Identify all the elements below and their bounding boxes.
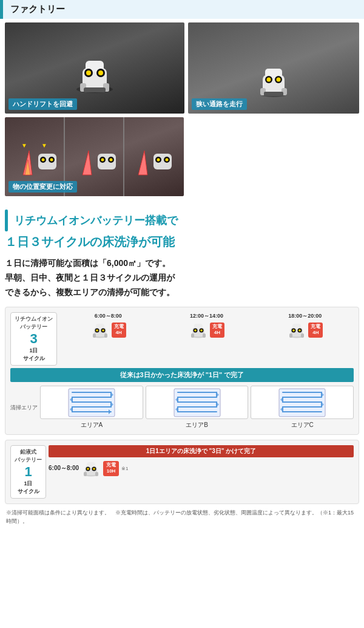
image-caption-1: ハンドリフトを回避 — [8, 98, 77, 110]
cycle-title: １日３サイクルの床洗浄が可能 — [5, 234, 359, 250]
time-slots-row: 6:00～8:00 — [59, 312, 354, 338]
lead-robot-svg — [81, 460, 101, 477]
time-slot-1: 6:00～8:00 — [59, 312, 157, 338]
time-inner-2: 充電4H — [189, 321, 224, 338]
svg-marker-31 — [83, 151, 92, 175]
lead-type-label: 鉛液式バッテリー — [15, 448, 42, 464]
cycle-unit: 1日サイクル — [23, 347, 45, 363]
time-slot-2: 12:00～14:00 — [158, 312, 255, 338]
cycle-top-row: リチウムイオンバッテリー 3 1日サイクル 6:00～8:00 — [10, 312, 354, 366]
time-inner-3: 充電4H — [287, 321, 323, 338]
charge-badge-2: 充電4H — [210, 323, 224, 338]
svg-point-27 — [42, 159, 45, 162]
charge-badge-3: 充電4H — [308, 323, 323, 338]
lead-time-label: 6:00～8:00 — [49, 464, 79, 473]
svg-rect-19 — [264, 92, 283, 96]
svg-point-67 — [299, 330, 302, 332]
svg-marker-37 — [138, 151, 147, 175]
svg-point-36 — [110, 159, 113, 162]
robot-icon-2 — [255, 65, 292, 98]
svg-rect-94 — [84, 472, 87, 476]
time-slots-container: 6:00～8:00 — [59, 312, 354, 366]
cycle-battery-label: リチウムイオンバッテリー 3 1日サイクル — [10, 312, 57, 366]
svg-rect-68 — [289, 333, 292, 338]
svg-point-66 — [293, 330, 295, 332]
svg-rect-95 — [95, 472, 98, 476]
robot-svg-2 — [189, 321, 208, 338]
svg-rect-51 — [104, 333, 107, 338]
robot-icon-1 — [70, 56, 119, 95]
svg-point-35 — [101, 159, 104, 162]
svg-rect-59 — [191, 333, 194, 338]
area-name-a: エリアA — [81, 421, 103, 429]
battery-type-label: リチウムイオンバッテリー — [15, 315, 53, 331]
svg-point-93 — [93, 468, 95, 471]
area-name-c: エリアC — [291, 421, 314, 429]
factory-image-1: ハンドリフトを回避 — [5, 22, 184, 114]
lithium-accent-bar — [5, 210, 8, 231]
image-row-top: ハンドリフトを回避 狭い通路を走行 — [5, 22, 359, 114]
svg-rect-9 — [84, 87, 106, 92]
area-row: 清掃エリア — [10, 386, 354, 429]
svg-rect-60 — [203, 333, 206, 338]
area-name-b: エリアB — [186, 421, 208, 429]
lead-cycle-count: 1 — [24, 464, 32, 480]
empty-space — [187, 117, 359, 196]
section-header: ファクトリー — [0, 0, 364, 19]
footnote: ※清掃可能面積は条件により異なります。 ※充電時間は、バッテリーの放電状態、劣化… — [5, 509, 359, 525]
lead-banner: 1日1エリアの床洗浄で "3日" かけて完了 — [49, 445, 354, 457]
maze-a-svg — [67, 387, 116, 418]
svg-point-28 — [50, 159, 53, 162]
lithium-header: リチウムイオンバッテリー搭載で — [5, 210, 359, 231]
robot-svg-3 — [287, 321, 306, 338]
cycle-count: 3 — [30, 331, 37, 347]
factory-image-2: 狭い通路を走行 — [188, 22, 359, 114]
lead-battery-label: 鉛液式バッテリー 1 1日サイクル — [10, 445, 46, 499]
time-label-1: 6:00～8:00 — [95, 312, 122, 320]
lithium-description: １日に清掃可能な面積は「6,000㎡」です。 早朝、日中、夜間と１日３サイクルの… — [5, 256, 359, 299]
svg-rect-69 — [301, 333, 304, 338]
lead-acid-section: 鉛液式バッテリー 1 1日サイクル 1日1エリアの床洗浄で "3日" かけて完了… — [5, 440, 359, 504]
robot-svg-1 — [90, 321, 110, 338]
factory-image-3: ▼ ▼ 物の位置変更に対応 — [5, 117, 184, 196]
completion-banner: 従来は3日かかった床洗浄が "1日" で完了 — [10, 368, 354, 382]
lead-charge-badge: 充電10H — [103, 461, 119, 476]
factory-images-container: ハンドリフトを回避 狭い通路を走行 — [0, 19, 364, 203]
svg-point-15 — [267, 78, 271, 82]
area-diagram-b — [146, 386, 249, 419]
area-section-label: 清掃エリア — [10, 386, 38, 429]
lead-inner: 鉛液式バッテリー 1 1日サイクル 1日1エリアの床洗浄で "3日" かけて完了… — [10, 445, 354, 499]
lead-note: ※1 — [121, 466, 128, 471]
svg-text:▼: ▼ — [41, 142, 47, 149]
section-title: ファクトリー — [10, 4, 65, 15]
svg-point-6 — [98, 70, 103, 75]
time-slot-3: 18:00～20:00 — [257, 312, 354, 338]
area-diagram-a — [40, 386, 143, 419]
area-box-a: エリアA — [40, 386, 143, 429]
lithium-title: リチウムイオンバッテリー搭載で — [14, 213, 178, 228]
svg-point-58 — [200, 330, 203, 332]
svg-point-5 — [86, 70, 91, 75]
maze-c-svg — [278, 387, 326, 418]
svg-point-57 — [194, 330, 197, 332]
lead-cycle-unit: 1日サイクル — [18, 480, 39, 496]
charge-badge-1: 充電4H — [112, 323, 126, 338]
area-boxes: エリアA エリアB — [40, 386, 354, 429]
image-caption-2: 狭い通路を走行 — [192, 98, 247, 110]
svg-point-92 — [87, 468, 89, 471]
lead-time-row: 6:00～8:00 充電10H ※1 — [49, 460, 354, 477]
svg-point-16 — [277, 78, 281, 82]
svg-rect-50 — [93, 333, 96, 338]
area-box-b: エリアB — [146, 386, 249, 429]
maze-b-svg — [173, 387, 221, 418]
time-label-2: 12:00～14:00 — [190, 312, 223, 320]
time-label-3: 18:00～20:00 — [288, 312, 322, 320]
image-row-bottom: ▼ ▼ 物の位置変更に対応 — [5, 117, 359, 196]
area-box-c: エリアC — [251, 386, 354, 429]
svg-text:▼: ▼ — [21, 142, 27, 149]
lithium-section: リチウムイオンバッテリー搭載で １日３サイクルの床洗浄が可能 １日に清掃可能な面… — [0, 210, 364, 525]
area-diagram-c — [251, 386, 354, 419]
svg-point-41 — [157, 159, 160, 162]
svg-point-42 — [166, 159, 169, 162]
time-inner-1: 充電4H — [90, 321, 126, 338]
